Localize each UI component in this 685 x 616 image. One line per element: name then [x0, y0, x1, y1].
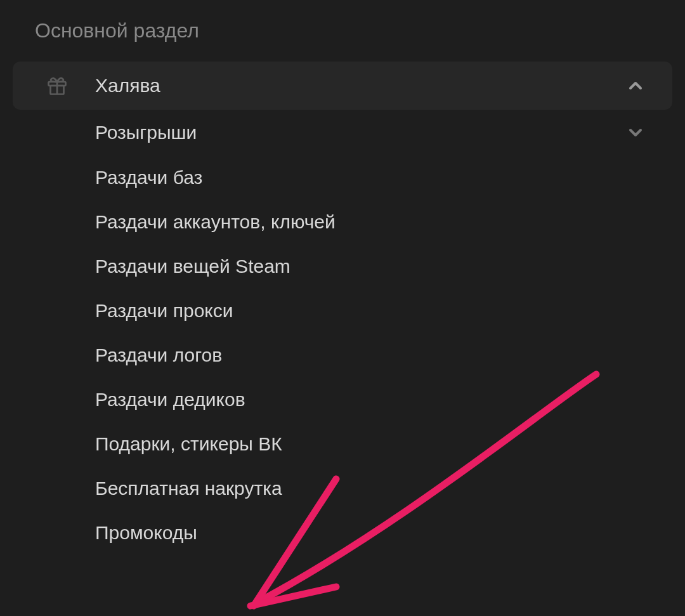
- sidebar-item-label: Бесплатная накрутка: [95, 478, 653, 499]
- menu-item-freebies[interactable]: Халява: [13, 62, 672, 110]
- sidebar-item-db-giveaways[interactable]: Раздачи баз: [13, 155, 672, 200]
- sidebar-item-label: Промокоды: [95, 522, 653, 544]
- sidebar-item-label: Раздачи аккаунтов, ключей: [95, 211, 653, 233]
- sidebar-item-accounts-keys[interactable]: Раздачи аккаунтов, ключей: [13, 200, 672, 244]
- sidebar-item-proxy[interactable]: Раздачи прокси: [13, 289, 672, 333]
- sidebar-item-label: Раздачи прокси: [95, 300, 653, 322]
- sidebar-item-label: Розыгрыши: [95, 122, 624, 143]
- gift-icon: [44, 73, 70, 98]
- sidebar-item-label: Раздачи вещей Steam: [95, 256, 653, 277]
- sidebar-item-giveaways[interactable]: Розыгрыши: [13, 110, 672, 155]
- menu-item-label: Халява: [95, 75, 624, 96]
- sidebar-item-promo-codes[interactable]: Промокоды: [13, 511, 672, 555]
- sidebar-item-label: Раздачи логов: [95, 344, 653, 366]
- sidebar-item-label: Подарки, стикеры ВК: [95, 433, 653, 455]
- sidebar-container: Основной раздел Халява Розыгрыши Ра: [0, 0, 685, 568]
- sidebar-item-steam-items[interactable]: Раздачи вещей Steam: [13, 244, 672, 289]
- section-header: Основной раздел: [13, 19, 672, 43]
- chevron-down-icon: [624, 121, 647, 144]
- sidebar-item-label: Раздачи дедиков: [95, 389, 653, 410]
- sidebar-item-label: Раздачи баз: [95, 167, 653, 188]
- chevron-up-icon: [624, 74, 647, 97]
- sidebar-item-logs[interactable]: Раздачи логов: [13, 333, 672, 377]
- sidebar-item-dedics[interactable]: Раздачи дедиков: [13, 377, 672, 422]
- sidebar-item-free-boost[interactable]: Бесплатная накрутка: [13, 466, 672, 511]
- sidebar-item-vk-gifts[interactable]: Подарки, стикеры ВК: [13, 422, 672, 466]
